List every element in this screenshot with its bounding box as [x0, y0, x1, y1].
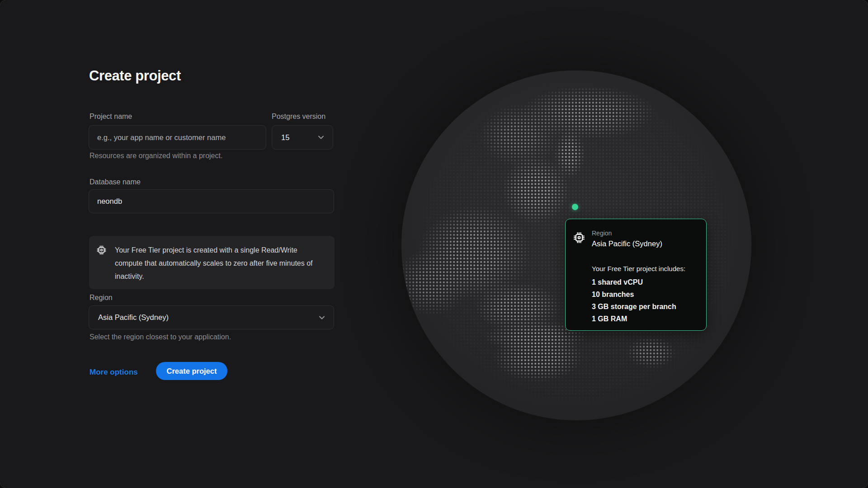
free-tier-info-box: Your Free Tier project is created with a… — [89, 236, 335, 289]
postgres-version-select[interactable]: 15 — [272, 125, 333, 150]
tooltip-include-item: 10 branches — [592, 288, 676, 300]
tooltip-include-item: 3 GB storage per branch — [592, 300, 676, 313]
postgres-version-label: Postgres version — [272, 113, 326, 121]
postgres-version-value: 15 — [281, 133, 289, 142]
cpu-chip-icon — [96, 245, 107, 255]
project-name-helper: Resources are organized within a project… — [90, 152, 222, 160]
tooltip-region-label: Region — [592, 230, 612, 237]
database-name-input[interactable] — [89, 189, 334, 213]
tooltip-include-item: 1 GB RAM — [592, 313, 676, 325]
tooltip-region-value: Asia Pacific (Sydney) — [592, 239, 662, 248]
project-name-input[interactable] — [89, 125, 266, 150]
tooltip-include-item: 1 shared vCPU — [592, 276, 676, 288]
chevron-down-icon — [316, 133, 326, 142]
create-project-page: Create project Project name Postgres ver… — [0, 0, 868, 488]
region-tooltip-card: Region Asia Pacific (Sydney) Your Free T… — [565, 219, 707, 331]
tooltip-includes-list: 1 shared vCPU10 branches3 GB storage per… — [592, 276, 676, 325]
region-select-value: Asia Pacific (Sydney) — [98, 313, 169, 322]
database-name-label: Database name — [90, 178, 141, 186]
create-project-button[interactable]: Create project — [156, 362, 227, 380]
tooltip-includes-title: Your Free Tier project includes: — [592, 265, 685, 272]
region-helper: Select the region closest to your applic… — [90, 333, 231, 341]
cpu-chip-icon — [573, 231, 585, 244]
page-title: Create project — [89, 68, 181, 84]
region-label: Region — [90, 294, 113, 302]
free-tier-note: Your Free Tier project is created with a… — [115, 244, 325, 283]
project-name-label: Project name — [90, 113, 132, 121]
more-options-link[interactable]: More options — [90, 368, 138, 377]
chevron-down-icon — [317, 313, 326, 322]
region-select[interactable]: Asia Pacific (Sydney) — [89, 305, 334, 329]
region-marker-dot[interactable] — [572, 204, 578, 210]
